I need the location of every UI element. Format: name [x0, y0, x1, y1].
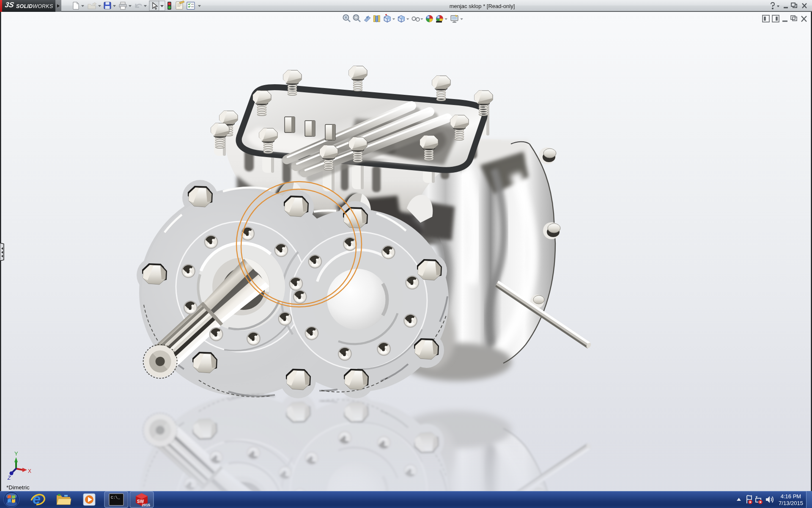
svg-text:C:\_: C:\_: [111, 496, 120, 500]
svg-text:Y: Y: [14, 450, 18, 457]
svg-text:X: X: [28, 468, 31, 474]
svg-text:4:16 PM: 4:16 PM: [781, 493, 801, 500]
svg-text:2015: 2015: [142, 503, 150, 507]
svg-text:7/13/2015: 7/13/2015: [779, 500, 803, 506]
svg-text:Z: Z: [7, 475, 11, 481]
